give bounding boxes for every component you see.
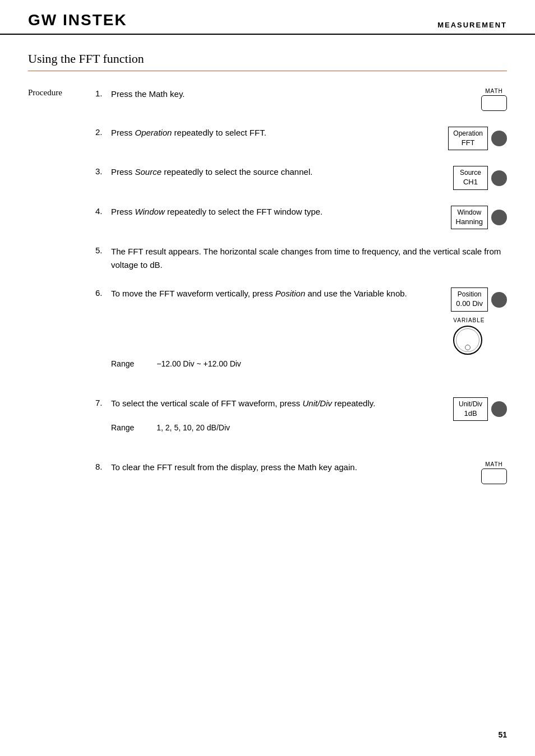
step-7-number: 7. <box>95 397 111 407</box>
pos-key-row: Position 0.00 Div <box>451 287 507 311</box>
variable-knob[interactable] <box>453 326 482 355</box>
step-2: 2. Press Operation repeatedly to select … <box>95 127 507 150</box>
position-key[interactable]: Position 0.00 Div <box>451 287 488 311</box>
procedure-label: Procedure <box>28 88 95 98</box>
math-key-label: MATH <box>485 88 503 94</box>
position-key-label: Position <box>456 290 483 299</box>
page-number: 51 <box>498 730 507 739</box>
step-1-text: Press the Math key. <box>111 88 476 101</box>
step-4-content: Press Window repeatedly to select the FF… <box>111 206 507 229</box>
unitdiv-key[interactable]: Unit/Div 1dB <box>453 397 488 421</box>
step-3-content: Press Source repeatedly to select the so… <box>111 166 507 189</box>
operation-fft-key[interactable]: Operation FFT <box>448 127 488 150</box>
math-key-shape[interactable] <box>481 95 507 111</box>
step-4-text: Press Window repeatedly to select the FF… <box>111 206 445 219</box>
step-1-math-key: MATH <box>481 88 507 111</box>
step-2-text: Press Operation repeatedly to select FFT… <box>111 127 442 140</box>
step-6-range-row: Range −12.00 Div ~ +12.00 Div <box>111 359 507 368</box>
step-8: 8. To clear the FFT result from the disp… <box>95 461 507 484</box>
step-6-text: To move the FFT waveform vertically, pre… <box>111 287 445 300</box>
step-6-outer: To move the FFT waveform vertically, pre… <box>111 287 507 381</box>
step-7-outer: To select the vertical scale of FFT wave… <box>111 397 507 446</box>
step-2-number: 2. <box>95 127 111 137</box>
step-8-math-key: MATH <box>481 461 507 484</box>
source-round-btn[interactable] <box>491 170 507 186</box>
step-3: 3. Press Source repeatedly to select the… <box>95 166 507 189</box>
section-title-container: Using the FFT function <box>28 52 507 71</box>
step-4: 4. Press Window repeatedly to select the… <box>95 206 507 229</box>
step-7-key-widget: Unit/Div 1dB <box>453 397 507 421</box>
variable-label: VARIABLE <box>453 317 485 323</box>
step-7-content: To select the vertical scale of FFT wave… <box>111 397 507 421</box>
step-1-content: Press the Math key. MATH <box>111 88 507 111</box>
step-1: 1. Press the Math key. MATH <box>95 88 507 111</box>
operation-round-btn[interactable] <box>491 131 507 146</box>
step-8-number: 8. <box>95 461 111 471</box>
unitdiv-key-label: Unit/Div <box>458 400 483 409</box>
content: Using the FFT function Procedure 1. Pres… <box>0 35 535 517</box>
step-2-key-widget: Operation FFT <box>448 127 507 150</box>
step-5-text: The FFT result appears. The horizontal s… <box>111 245 507 272</box>
operation-key-value: FFT <box>453 138 483 148</box>
source-key-label: Source <box>458 169 483 178</box>
step-3-text: Press Source repeatedly to select the so… <box>111 166 448 179</box>
step-1-number: 1. <box>95 88 111 98</box>
step-8-math-key-shape[interactable] <box>481 469 507 484</box>
step-4-key-widget: Window Hanning <box>451 206 507 229</box>
step-7-range-row: Range 1, 2, 5, 10, 20 dB/Div <box>111 423 507 432</box>
step-4-number: 4. <box>95 206 111 216</box>
step-5-number: 5. <box>95 245 111 255</box>
step-7: 7. To select the vertical scale of FFT w… <box>95 397 507 446</box>
variable-knob-area: VARIABLE <box>453 317 485 355</box>
step-7-range-value: 1, 2, 5, 10, 20 dB/Div <box>156 423 230 432</box>
source-ch1-key[interactable]: Source CH1 <box>453 166 488 189</box>
step-8-content: To clear the FFT result from the display… <box>111 461 507 484</box>
window-key-value: Hanning <box>456 217 483 227</box>
procedure-container: Procedure 1. Press the Math key. MATH <box>28 88 507 500</box>
position-round-btn[interactable] <box>491 292 507 308</box>
step-2-content: Press Operation repeatedly to select FFT… <box>111 127 507 150</box>
step-6-range-label: Range <box>111 359 134 368</box>
step-6-content: To move the FFT waveform vertically, pre… <box>111 287 507 354</box>
step-6-pos-widget: Position 0.00 Div VARIABLE <box>451 287 507 354</box>
step-8-text: To clear the FFT result from the display… <box>111 461 476 474</box>
step-3-key-widget: Source CH1 <box>453 166 507 189</box>
step-6: 6. To move the FFT waveform vertically, … <box>95 287 507 381</box>
step-8-math-key-label: MATH <box>485 461 503 467</box>
variable-knob-inner <box>465 345 471 350</box>
section-label: MEASUREMENT <box>437 21 507 29</box>
step-6-number: 6. <box>95 287 111 298</box>
window-key-label: Window <box>456 208 483 217</box>
steps-area: 1. Press the Math key. MATH 2. Press Ope… <box>95 88 507 500</box>
step-7-text: To select the vertical scale of FFT wave… <box>111 397 448 410</box>
source-key-value: CH1 <box>458 178 483 187</box>
page: GW INSTEK MEASUREMENT Using the FFT func… <box>0 0 535 756</box>
window-round-btn[interactable] <box>491 210 507 225</box>
step-5: 5. The FFT result appears. The horizonta… <box>95 245 507 272</box>
unitdiv-key-value: 1dB <box>458 409 483 419</box>
unitdiv-round-btn[interactable] <box>491 401 507 417</box>
page-title: Using the FFT function <box>28 52 507 66</box>
step-3-number: 3. <box>95 166 111 176</box>
logo: GW INSTEK <box>28 11 127 29</box>
step-7-range-label: Range <box>111 423 134 432</box>
window-hanning-key[interactable]: Window Hanning <box>451 206 488 229</box>
operation-key-label: Operation <box>453 129 483 138</box>
header: GW INSTEK MEASUREMENT <box>0 0 535 35</box>
step-5-content: The FFT result appears. The horizontal s… <box>111 245 507 272</box>
position-key-value: 0.00 Div <box>456 299 483 309</box>
step-6-range-value: −12.00 Div ~ +12.00 Div <box>156 359 241 368</box>
